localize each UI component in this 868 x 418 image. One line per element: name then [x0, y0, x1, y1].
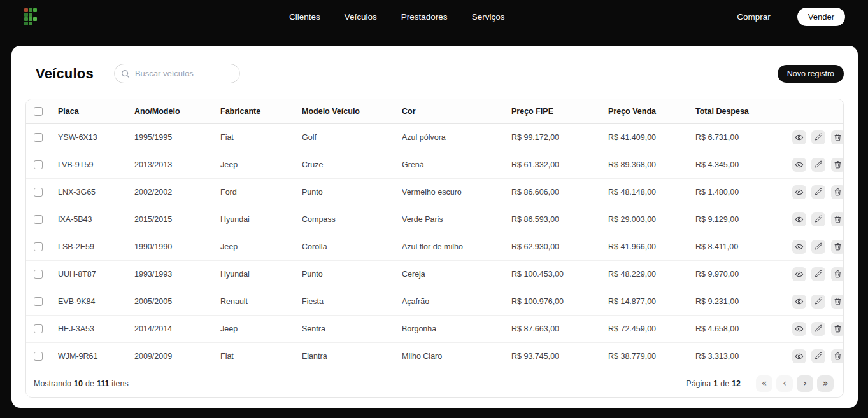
cell-preco-fipe: R$ 86.606,00 [511, 178, 608, 206]
cell-preco-venda: R$ 38.779,00 [608, 342, 695, 370]
search-box[interactable] [114, 64, 240, 83]
edit-button[interactable] [811, 240, 825, 254]
trash-icon [834, 160, 842, 169]
nav-item-veiculos[interactable]: Veículos [345, 12, 377, 22]
nav-item-clientes[interactable]: Clientes [289, 12, 320, 22]
eye-icon [795, 352, 804, 361]
nav-item-prestadores[interactable]: Prestadores [401, 12, 448, 22]
view-button[interactable] [792, 240, 806, 254]
select-row-checkbox[interactable] [34, 188, 43, 197]
view-button[interactable] [792, 322, 806, 336]
edit-button[interactable] [811, 212, 825, 226]
prev-page-button[interactable]: ‹ [776, 375, 793, 392]
cell-modelo: Elantra [302, 342, 402, 370]
row-actions [789, 315, 843, 342]
column-header-ano-modelo: Ano/Modelo [134, 99, 220, 123]
delete-button[interactable] [831, 158, 843, 172]
view-button[interactable] [792, 185, 806, 199]
cell-cor: Cereja [402, 260, 511, 288]
items-label: itens [111, 379, 128, 388]
cell-total-despesa: R$ 4.658,00 [695, 315, 789, 342]
search-icon [121, 69, 130, 78]
view-button[interactable] [792, 267, 806, 281]
view-button[interactable] [792, 158, 806, 172]
page-prefix: Página [686, 379, 711, 388]
pagination: Página 1 de 12 « ‹ › » [686, 375, 834, 392]
cell-modelo: Cruze [302, 151, 402, 178]
vehicles-table-container: Placa Ano/Modelo Fabricante Modelo Veícu… [25, 99, 844, 398]
delete-button[interactable] [831, 322, 843, 336]
navbar-right: Comprar Vender [737, 8, 845, 26]
edit-button[interactable] [811, 349, 825, 363]
delete-button[interactable] [831, 349, 843, 363]
select-row-checkbox[interactable] [34, 133, 43, 142]
cell-placa: LSB-2E59 [58, 233, 134, 260]
delete-button[interactable] [831, 267, 843, 281]
page-total: 12 [732, 379, 741, 388]
select-row-checkbox[interactable] [34, 242, 43, 251]
vender-button[interactable]: Vender [797, 8, 845, 26]
select-row-checkbox[interactable] [34, 352, 43, 361]
select-row-checkbox[interactable] [34, 160, 43, 169]
edit-button[interactable] [811, 130, 825, 144]
last-page-button[interactable]: » [817, 375, 834, 392]
select-row-checkbox[interactable] [34, 270, 43, 279]
view-button[interactable] [792, 295, 806, 309]
delete-button[interactable] [831, 295, 843, 309]
cell-modelo: Punto [302, 260, 402, 288]
eye-icon [795, 297, 804, 306]
page-indicator: Página 1 de 12 [686, 379, 741, 388]
select-row-checkbox[interactable] [34, 297, 43, 306]
edit-button[interactable] [811, 267, 825, 281]
pencil-icon [815, 242, 823, 251]
vehicles-table: Placa Ano/Modelo Fabricante Modelo Veícu… [26, 99, 843, 370]
cell-cor: Açafrão [402, 288, 511, 315]
table-row: UUH-8T87 1993/1993 Hyundai Punto Cereja … [26, 260, 843, 288]
table-row: WJM-9R61 2009/2009 Fiat Elantra Milho Cl… [26, 342, 843, 370]
cell-placa: EVB-9K84 [58, 288, 134, 315]
nav-item-servicos[interactable]: Serviços [472, 12, 505, 22]
cell-preco-fipe: R$ 100.453,00 [511, 260, 608, 288]
app-logo-icon[interactable] [24, 8, 37, 25]
cell-placa: LVB-9T59 [58, 151, 134, 178]
column-header-total-despesa: Total Despesa [695, 99, 789, 123]
cell-preco-fipe: R$ 87.663,00 [511, 315, 608, 342]
delete-button[interactable] [831, 185, 843, 199]
column-header-fabricante: Fabricante [220, 99, 302, 123]
delete-button[interactable] [831, 130, 843, 144]
eye-icon [795, 188, 804, 197]
view-button[interactable] [792, 212, 806, 226]
first-page-button[interactable]: « [756, 375, 772, 392]
edit-button[interactable] [811, 322, 825, 336]
cell-ano-modelo: 1995/1995 [134, 123, 220, 151]
trash-icon [834, 297, 842, 305]
select-all-checkbox[interactable] [34, 107, 43, 116]
page-title: Veículos [36, 66, 94, 82]
pencil-icon [815, 133, 823, 141]
comprar-link[interactable]: Comprar [737, 12, 771, 22]
view-button[interactable] [792, 349, 806, 363]
showing-prefix: Mostrando [34, 379, 71, 388]
delete-button[interactable] [831, 212, 843, 226]
cell-fabricante: Ford [220, 178, 302, 206]
trash-icon [834, 352, 842, 360]
page-of: de [720, 379, 729, 388]
new-record-button[interactable]: Novo registro [778, 65, 844, 83]
view-button[interactable] [792, 130, 806, 144]
edit-button[interactable] [811, 295, 825, 309]
total-count: 111 [97, 379, 109, 388]
edit-button[interactable] [811, 185, 825, 199]
cell-cor: Milho Claro [402, 342, 511, 370]
search-input[interactable] [135, 69, 233, 78]
cell-cor: Borgonha [402, 315, 511, 342]
edit-button[interactable] [811, 158, 825, 172]
column-header-preco-venda: Preço Venda [608, 99, 695, 123]
select-row-checkbox[interactable] [34, 324, 43, 333]
delete-button[interactable] [831, 240, 843, 254]
select-row-checkbox[interactable] [34, 215, 43, 224]
cell-fabricante: Jeep [220, 151, 302, 178]
next-page-button[interactable]: › [797, 375, 813, 392]
cell-total-despesa: R$ 8.411,00 [695, 233, 789, 260]
table-footer: Mostrando 10 de 111 itens Página 1 de 12… [26, 370, 843, 397]
cell-modelo: Punto [302, 178, 402, 206]
